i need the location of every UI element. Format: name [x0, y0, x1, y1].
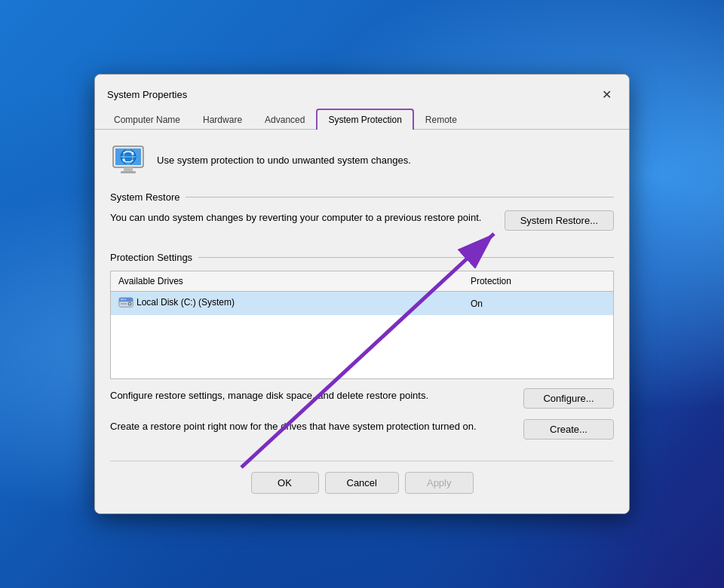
- system-restore-section: System Restore You can undo system chang…: [110, 191, 614, 241]
- cancel-button[interactable]: Cancel: [325, 472, 399, 494]
- tab-advanced[interactable]: Advanced: [253, 109, 316, 130]
- protection-settings-section: Protection Settings Available Drives Pro…: [110, 252, 614, 450]
- system-restore-button-container: System Restore...: [505, 210, 614, 231]
- svg-rect-2: [124, 167, 133, 171]
- system-restore-description: You can undo system changes by reverting…: [110, 210, 492, 225]
- protection-settings-title: Protection Settings: [110, 252, 192, 263]
- dialog-title: System Properties: [107, 89, 187, 100]
- section-divider: [186, 197, 614, 198]
- header-description: Use system protection to undo unwanted s…: [157, 155, 411, 166]
- table-row[interactable]: Local Disk (C:) (System) On: [111, 292, 614, 316]
- configure-description: Configure restore settings, manage disk …: [110, 388, 511, 403]
- system-protection-icon: [110, 142, 146, 178]
- close-button[interactable]: ✕: [596, 84, 617, 105]
- drive-icon-cell: Local Disk (C:) (System): [118, 296, 235, 308]
- create-button[interactable]: Create...: [523, 419, 614, 439]
- configure-button[interactable]: Configure...: [523, 388, 614, 409]
- svg-rect-14: [121, 299, 124, 301]
- system-restore-title: System Restore: [110, 191, 179, 203]
- configure-button-container: Configure...: [523, 388, 614, 409]
- drive-cell: Local Disk (C:) (System): [111, 292, 463, 316]
- tab-hardware[interactable]: Hardware: [192, 109, 253, 130]
- tab-bar: Computer Name Hardware Advanced System P…: [95, 108, 629, 130]
- col-header-drives: Available Drives: [111, 271, 463, 292]
- svg-rect-12: [121, 304, 127, 305]
- footer-buttons: OK Cancel Apply: [110, 461, 614, 501]
- content-area: Use system protection to undo unwanted s…: [95, 130, 629, 513]
- svg-rect-3: [121, 171, 136, 173]
- col-header-protection: Protection: [463, 271, 614, 292]
- tab-system-protection[interactable]: System Protection: [316, 109, 413, 130]
- system-restore-row: You can undo system changes by reverting…: [110, 210, 614, 241]
- configure-row: Configure restore settings, manage disk …: [110, 388, 614, 419]
- create-description: Create a restore point right now for the…: [110, 419, 511, 434]
- section-divider-2: [198, 257, 614, 258]
- create-row: Create a restore point right now for the…: [110, 419, 614, 450]
- tab-remote[interactable]: Remote: [414, 109, 468, 130]
- ok-button[interactable]: OK: [251, 472, 319, 494]
- create-button-container: Create...: [523, 419, 614, 439]
- system-restore-button[interactable]: System Restore...: [505, 210, 614, 231]
- drive-icon: [118, 296, 133, 308]
- header-row: Use system protection to undo unwanted s…: [110, 142, 614, 178]
- protection-cell: On: [463, 292, 614, 316]
- title-bar: System Properties ✕: [95, 75, 629, 105]
- system-properties-dialog: System Properties ✕ Computer Name Hardwa…: [94, 74, 630, 514]
- svg-rect-15: [124, 299, 126, 301]
- empty-row-3: [111, 357, 614, 378]
- empty-row-2: [111, 336, 614, 357]
- system-restore-header: System Restore: [110, 191, 614, 203]
- protection-settings-header: Protection Settings: [110, 252, 614, 263]
- apply-button[interactable]: Apply: [405, 472, 474, 494]
- empty-row-1: [111, 315, 614, 336]
- tab-computer-name[interactable]: Computer Name: [103, 109, 192, 130]
- drives-table: Available Drives Protection: [110, 271, 614, 379]
